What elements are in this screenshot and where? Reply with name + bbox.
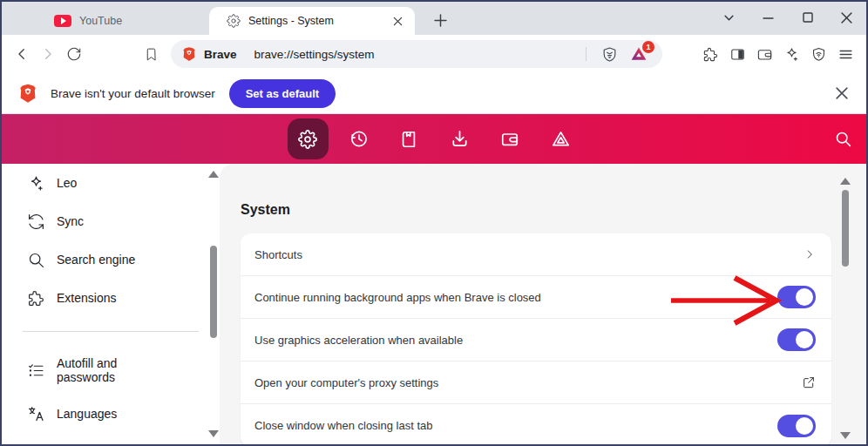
bookmark-icon[interactable] (138, 41, 164, 67)
setting-label: Open your computer's proxy settings (254, 376, 802, 389)
page-title: System (241, 202, 866, 218)
download-icon (26, 443, 45, 444)
sidebar-item-label: Search engine (57, 253, 135, 267)
address-bar[interactable]: Brave brave://settings/system 1 (171, 40, 662, 68)
reload-button[interactable] (61, 41, 87, 67)
close-button[interactable] (827, 2, 866, 33)
sidebar-item-label: Autofill and passwords (57, 356, 170, 384)
forward-button[interactable] (35, 41, 61, 67)
content-scrollbar[interactable] (839, 176, 851, 441)
url-text: brave://settings/system (254, 48, 577, 61)
active-tile (288, 118, 329, 159)
bookmarks-icon[interactable] (383, 114, 434, 164)
search-icon[interactable] (834, 114, 852, 164)
youtube-favicon-icon (54, 15, 71, 27)
setting-label: Continue running background apps when Br… (254, 291, 777, 304)
maximize-button[interactable] (788, 2, 827, 33)
tab-close-icon[interactable] (389, 12, 406, 30)
rewards-triangle-icon[interactable] (535, 114, 586, 164)
setting-row-close-window: Close window when closing last tab (241, 404, 831, 444)
menu-icon[interactable] (832, 41, 859, 67)
gear-icon (298, 130, 317, 149)
extensions-icon[interactable] (697, 41, 724, 67)
back-button[interactable] (9, 41, 35, 67)
default-browser-banner: Brave isn't your default browser Set as … (2, 73, 866, 114)
sidebar-divider (23, 331, 199, 332)
settings-header-toolbar (2, 114, 866, 164)
scrollbar-thumb[interactable] (210, 246, 217, 338)
setting-label: Close window when closing last tab (254, 419, 777, 432)
sidebar-item-label: Leo (57, 176, 77, 190)
puzzle-icon (26, 288, 45, 307)
setting-row-shortcuts[interactable]: Shortcuts (241, 233, 831, 276)
history-icon[interactable] (333, 114, 383, 164)
tab-search-chevron-icon[interactable] (709, 2, 749, 33)
downloads-icon[interactable] (434, 114, 485, 164)
sidebar-scrollbar[interactable] (207, 169, 220, 439)
tab-settings-system[interactable]: Settings - System (209, 7, 415, 35)
sidebar-item-sync[interactable]: Sync (2, 202, 220, 240)
setting-row-background-apps: Continue running background apps when Br… (241, 276, 831, 319)
wallet-icon[interactable] (485, 114, 535, 164)
sidebar-item-leo[interactable]: Leo (2, 164, 220, 202)
brave-rewards-icon[interactable]: 1 (630, 45, 648, 63)
scroll-up-arrow-icon[interactable] (840, 178, 851, 185)
setting-label: Shortcuts (254, 248, 804, 261)
setting-label: Use graphics acceleration when available (254, 334, 777, 347)
banner-close-icon[interactable] (833, 84, 851, 102)
toolbar-right-icons (697, 41, 859, 67)
vpn-shield-icon[interactable] (805, 41, 832, 67)
scroll-down-arrow-icon[interactable] (208, 430, 219, 437)
scroll-down-arrow-icon[interactable] (840, 432, 851, 439)
translate-icon (26, 404, 45, 423)
brave-shields-icon[interactable] (601, 46, 618, 63)
scrollbar-thumb[interactable] (842, 190, 849, 267)
toggle-knob (796, 288, 813, 306)
toggle-knob (796, 417, 813, 435)
sidebar-item-label: Sync (57, 214, 84, 228)
minimize-button[interactable] (749, 2, 788, 33)
tab-label: Settings - System (248, 15, 389, 27)
tab-label: YouTube (79, 15, 209, 27)
scroll-up-arrow-icon[interactable] (208, 171, 219, 178)
setting-row-proxy[interactable]: Open your computer's proxy settings (241, 362, 831, 404)
sidebar-item-autofill[interactable]: Autofill and passwords (2, 346, 220, 395)
settings-tab-active[interactable] (282, 114, 333, 164)
settings-sidebar: Leo Sync Search engine Extensions Autofi… (2, 164, 220, 444)
settings-content: System Shortcuts Continue running backgr… (220, 164, 866, 444)
sidebar-item-label: Languages (57, 407, 117, 421)
new-tab-button[interactable] (429, 9, 451, 31)
chevron-right-icon (804, 248, 816, 260)
brave-lion-icon (17, 83, 38, 104)
settings-page-body: Leo Sync Search engine Extensions Autofi… (2, 164, 866, 444)
leo-sparkle-icon[interactable] (778, 41, 805, 67)
tab-youtube[interactable]: YouTube (7, 7, 209, 35)
window-controls (709, 2, 866, 33)
sidebar-item-search-engine[interactable]: Search engine (2, 240, 220, 279)
sparkle-icon (26, 173, 45, 193)
system-settings-card: Shortcuts Continue running background ap… (241, 233, 831, 444)
site-label: Brave (204, 48, 237, 61)
tab-strip: YouTube Settings - System (2, 2, 866, 35)
search-icon (26, 250, 45, 269)
set-as-default-button[interactable]: Set as default (229, 79, 336, 108)
banner-message: Brave isn't your default browser (51, 87, 215, 100)
background-apps-toggle[interactable] (777, 286, 816, 308)
wallet-icon[interactable] (751, 41, 778, 67)
setting-row-graphics-acceleration: Use graphics acceleration when available (241, 319, 831, 362)
close-window-toggle[interactable] (777, 415, 816, 437)
sidebar-panel-icon[interactable] (724, 41, 751, 67)
gear-icon (227, 14, 241, 28)
sidebar-item-extensions[interactable]: Extensions (2, 279, 220, 317)
graphics-acceleration-toggle[interactable] (777, 328, 816, 351)
sidebar-item-label: Extensions (57, 291, 116, 305)
browser-window: YouTube Settings - System (0, 0, 868, 446)
sidebar-item-languages[interactable]: Languages (2, 395, 220, 433)
rewards-notification-badge: 1 (642, 41, 654, 53)
brave-lion-icon (181, 46, 197, 62)
divider (586, 47, 587, 61)
sidebar-item-downloads[interactable]: Downloads (2, 433, 220, 444)
list-check-icon (26, 361, 45, 380)
sync-icon (26, 212, 45, 231)
external-link-icon (802, 375, 816, 389)
